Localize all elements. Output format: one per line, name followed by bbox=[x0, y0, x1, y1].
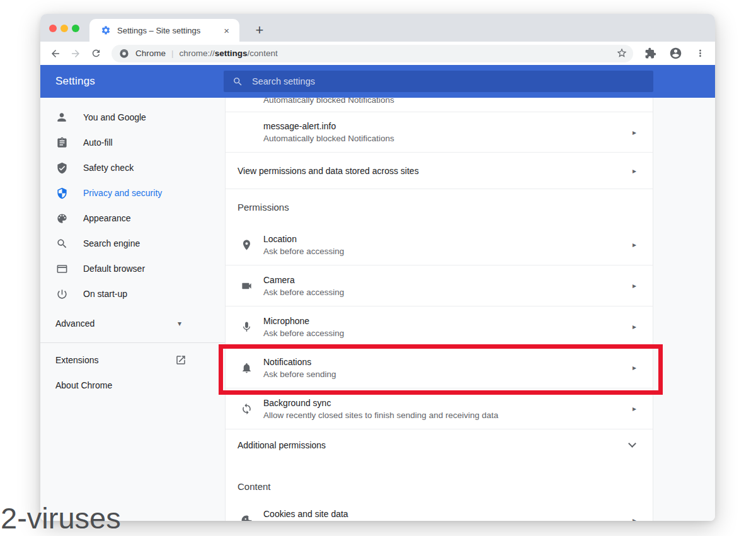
sidebar-item-extensions[interactable]: Extensions bbox=[40, 347, 225, 373]
close-window-button[interactable] bbox=[49, 25, 57, 32]
sidebar-item-default-browser[interactable]: Default browser bbox=[40, 256, 225, 281]
settings-search-input[interactable]: Search settings bbox=[224, 71, 653, 92]
browser-window: Settings – Site settings × + Chrome | bbox=[40, 14, 715, 521]
site-row-message-alert[interactable]: message-alert.info Automatically blocked… bbox=[226, 112, 653, 153]
clipped-site-row[interactable]: Automatically blocked Notifications bbox=[226, 98, 653, 112]
camera-icon bbox=[239, 278, 254, 293]
additional-permissions-row[interactable]: Additional permissions bbox=[226, 429, 653, 461]
search-icon bbox=[232, 76, 243, 87]
new-tab-button[interactable]: + bbox=[248, 19, 271, 42]
cookies-row[interactable]: Cookies and site data ▸ bbox=[226, 500, 653, 521]
fullscreen-window-button[interactable] bbox=[72, 25, 79, 32]
content-section-header: Content bbox=[226, 472, 653, 500]
profile-avatar-icon[interactable] bbox=[668, 46, 682, 61]
settings-header: Settings Search settings bbox=[40, 65, 715, 98]
search-placeholder: Search settings bbox=[252, 76, 315, 86]
power-icon bbox=[55, 288, 68, 300]
permission-row-background-sync[interactable]: Background sync Allow recently closed si… bbox=[226, 388, 653, 429]
chevron-right-icon: ▸ bbox=[633, 281, 636, 290]
permission-row-microphone[interactable]: Microphone Ask before accessing ▸ bbox=[226, 306, 653, 347]
open-in-new-icon bbox=[175, 354, 186, 366]
sidebar-item-safety-check[interactable]: Safety check bbox=[40, 155, 225, 180]
sync-icon bbox=[239, 401, 254, 416]
screenshot-canvas: Settings – Site settings × + Chrome | bbox=[0, 0, 756, 536]
extensions-puzzle-icon[interactable] bbox=[643, 46, 658, 61]
site-settings-card: Automatically blocked Notifications mess… bbox=[225, 98, 653, 521]
sidebar-item-label: Safety check bbox=[83, 163, 134, 173]
omnibox-separator: | bbox=[171, 49, 174, 58]
permission-subtitle: Ask before accessing bbox=[263, 286, 653, 299]
reload-icon[interactable] bbox=[89, 46, 103, 61]
notifications-bell-icon bbox=[239, 360, 254, 375]
browser-window-icon bbox=[55, 262, 68, 275]
sidebar-item-label: You and Google bbox=[83, 112, 146, 122]
tab-close-icon[interactable]: × bbox=[220, 25, 233, 36]
permission-title: Notifications bbox=[263, 356, 653, 368]
extensions-label: Extensions bbox=[55, 355, 98, 365]
sidebar-advanced-toggle[interactable]: Advanced ▾ bbox=[40, 311, 225, 336]
additional-permissions-label: Additional permissions bbox=[238, 439, 326, 452]
omnibox-app-label: Chrome bbox=[135, 49, 166, 58]
bookmark-star-icon[interactable] bbox=[616, 47, 627, 59]
minimize-window-button[interactable] bbox=[60, 25, 68, 32]
sidebar-item-appearance[interactable]: Appearance bbox=[40, 206, 225, 231]
chevron-right-icon: ▸ bbox=[633, 240, 636, 249]
about-chrome-label: About Chrome bbox=[55, 380, 112, 390]
watermark-text: 2-viruses bbox=[1, 501, 121, 535]
permission-title: Background sync bbox=[263, 397, 653, 409]
chevron-right-icon: ▸ bbox=[633, 404, 636, 413]
settings-gear-favicon-icon bbox=[101, 25, 111, 35]
url-path: /content bbox=[248, 49, 278, 58]
permission-subtitle: Ask before accessing bbox=[263, 245, 653, 258]
sidebar-item-on-startup[interactable]: On start-up bbox=[40, 281, 225, 306]
cookies-title: Cookies and site data bbox=[263, 508, 653, 520]
back-icon[interactable] bbox=[48, 46, 62, 61]
tab-strip: Settings – Site settings × + bbox=[40, 14, 715, 42]
site-title: message-alert.info bbox=[263, 120, 653, 132]
settings-content: You and Google Auto-fill Safety check bbox=[40, 98, 715, 521]
sidebar-item-search-engine[interactable]: Search engine bbox=[40, 231, 225, 256]
sidebar-item-you-and-google[interactable]: You and Google bbox=[40, 105, 225, 130]
tab-title: Settings – Site settings bbox=[117, 26, 220, 35]
view-permissions-row[interactable]: View permissions and data stored across … bbox=[226, 153, 653, 189]
sidebar-item-autofill[interactable]: Auto-fill bbox=[40, 130, 225, 155]
sidebar-item-label: On start-up bbox=[83, 289, 127, 299]
chevron-right-icon: ▸ bbox=[633, 166, 636, 175]
sidebar-item-about-chrome[interactable]: About Chrome bbox=[40, 373, 225, 398]
person-icon bbox=[55, 111, 68, 124]
clipped-site-subtitle: Automatically blocked Notifications bbox=[263, 98, 653, 107]
sidebar-item-label: Privacy and security bbox=[83, 188, 162, 198]
permission-title: Microphone bbox=[263, 315, 653, 327]
section-gap bbox=[226, 461, 653, 472]
permission-row-notifications[interactable]: Notifications Ask before sending ▸ bbox=[226, 347, 653, 388]
chevron-right-icon: ▸ bbox=[633, 128, 636, 137]
view-permissions-label: View permissions and data stored across … bbox=[238, 165, 419, 177]
microphone-icon bbox=[239, 319, 254, 334]
permission-title: Camera bbox=[263, 274, 653, 286]
advanced-label: Advanced bbox=[55, 318, 94, 329]
forward-icon[interactable] bbox=[68, 46, 83, 61]
chevron-right-icon: ▸ bbox=[633, 363, 636, 372]
permission-row-location[interactable]: Location Ask before accessing ▸ bbox=[226, 224, 653, 265]
address-bar[interactable]: Chrome | chrome://settings/content bbox=[112, 45, 633, 62]
chevron-right-icon: ▸ bbox=[633, 322, 636, 331]
palette-icon bbox=[55, 212, 68, 224]
sidebar-item-label: Appearance bbox=[83, 213, 131, 223]
sidebar-item-label: Auto-fill bbox=[83, 137, 113, 148]
chevron-down-icon bbox=[628, 440, 636, 448]
permission-row-camera[interactable]: Camera Ask before accessing ▸ bbox=[226, 265, 653, 306]
permission-subtitle: Ask before accessing bbox=[263, 327, 653, 340]
sidebar-item-label: Default browser bbox=[83, 264, 145, 274]
settings-sidebar: You and Google Auto-fill Safety check bbox=[40, 98, 225, 521]
cookie-icon bbox=[239, 513, 254, 521]
sidebar-item-privacy-and-security[interactable]: Privacy and security bbox=[40, 180, 225, 206]
settings-title: Settings bbox=[55, 65, 95, 98]
browser-tab[interactable]: Settings – Site settings × bbox=[89, 19, 239, 42]
permissions-section-header: Permissions bbox=[226, 189, 653, 224]
permission-title: Location bbox=[263, 233, 653, 245]
url-host: settings bbox=[215, 49, 248, 58]
location-pin-icon bbox=[239, 237, 254, 252]
menu-kebab-icon[interactable] bbox=[693, 46, 707, 61]
site-subtitle: Automatically blocked Notifications bbox=[263, 132, 653, 145]
sidebar-item-label: Search engine bbox=[83, 238, 140, 248]
